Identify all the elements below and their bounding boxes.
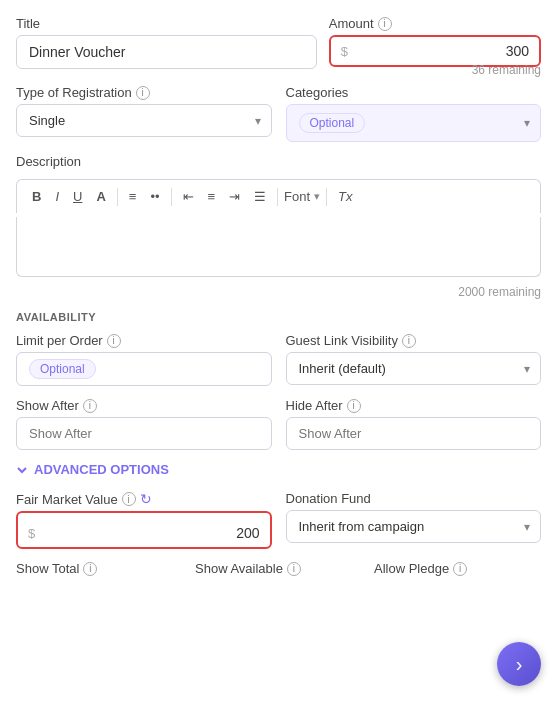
fmv-currency: $: [28, 526, 35, 541]
allow-pledge-group: Allow Pledge i: [374, 561, 541, 576]
hide-after-group: Hide After i: [286, 398, 542, 450]
title-label: Title: [16, 16, 317, 31]
title-group: Title: [16, 16, 317, 69]
allow-pledge-info-icon[interactable]: i: [453, 562, 467, 576]
allow-pledge-label-text: Allow Pledge: [374, 561, 449, 576]
show-total-group: Show Total i: [16, 561, 183, 576]
show-after-label-text: Show After: [16, 398, 79, 413]
categories-optional-tag: Optional: [299, 113, 366, 133]
clear-format-button[interactable]: Tx: [333, 186, 357, 207]
guest-link-select[interactable]: Inherit (default) Show Hide: [299, 361, 529, 376]
registration-info-icon[interactable]: i: [136, 86, 150, 100]
toolbar-sep-3: [277, 188, 278, 206]
categories-select-wrapper[interactable]: Optional ▾: [286, 104, 542, 142]
hide-after-info-icon[interactable]: i: [347, 399, 361, 413]
availability-top-row: Limit per Order i Optional Guest Link Vi…: [16, 333, 541, 386]
donation-fund-label: Donation Fund: [286, 491, 542, 506]
amount-group: Amount i $: [329, 16, 541, 67]
show-total-label-text: Show Total: [16, 561, 79, 576]
fmv-input-row: $: [28, 525, 260, 541]
registration-select-wrapper[interactable]: Single Group Multiple ▾: [16, 104, 272, 137]
amount-info-icon[interactable]: i: [378, 17, 392, 31]
categories-label: Categories: [286, 85, 542, 100]
advanced-options-label: ADVANCED OPTIONS: [34, 462, 169, 477]
amount-label-row: Amount i: [329, 16, 541, 31]
fab-icon: ›: [516, 653, 523, 676]
guest-link-select-wrapper[interactable]: Inherit (default) Show Hide ▾: [286, 352, 542, 385]
fmv-label-row: Fair Market Value i ↻: [16, 491, 272, 507]
limit-per-order-group: Limit per Order i Optional: [16, 333, 272, 386]
limit-info-icon[interactable]: i: [107, 334, 121, 348]
justify-button[interactable]: ☰: [249, 186, 271, 207]
limit-label-text: Limit per Order: [16, 333, 103, 348]
hide-after-label-text: Hide After: [286, 398, 343, 413]
font-select-wrapper: Font ▾: [284, 189, 320, 204]
show-available-label: Show Available i: [195, 561, 362, 576]
registration-group: Type of Registration i Single Group Mult…: [16, 85, 272, 142]
fmv-input[interactable]: [41, 525, 259, 541]
description-toolbar: B I U A ≡ •• ⇤ ≡ ⇥ ☰ Font ▾ Tx: [16, 179, 541, 213]
bottom-fields-row: Show Total i Show Available i Allow Pled…: [16, 561, 541, 576]
show-hide-after-row: Show After i Hide After i: [16, 398, 541, 450]
registration-label-text: Type of Registration: [16, 85, 132, 100]
title-label-text: Title: [16, 16, 40, 31]
reg-categories-row: Type of Registration i Single Group Mult…: [16, 85, 541, 142]
show-available-group: Show Available i: [195, 561, 362, 576]
amount-label: Amount: [329, 16, 374, 31]
registration-select[interactable]: Single Group Multiple: [29, 113, 259, 128]
underline-button[interactable]: U: [68, 186, 87, 207]
fmv-box: $: [16, 511, 272, 549]
amount-input[interactable]: [354, 43, 529, 59]
guest-link-group: Guest Link Visibility i Inherit (default…: [286, 333, 542, 386]
font-color-button[interactable]: A: [91, 186, 110, 207]
show-after-input[interactable]: [16, 417, 272, 450]
align-center-button[interactable]: ≡: [203, 186, 221, 207]
show-after-label: Show After i: [16, 398, 272, 413]
description-remaining: 2000 remaining: [16, 285, 541, 299]
show-available-info-icon[interactable]: i: [287, 562, 301, 576]
show-available-label-text: Show Available: [195, 561, 283, 576]
ordered-list-button[interactable]: ≡: [124, 186, 142, 207]
font-label: Font: [284, 189, 310, 204]
categories-group: Categories Optional ▾: [286, 85, 542, 142]
hide-after-input[interactable]: [286, 417, 542, 450]
description-editor[interactable]: [16, 217, 541, 277]
description-group: Description B I U A ≡ •• ⇤ ≡ ⇥ ☰ Font ▾ …: [16, 154, 541, 303]
title-input[interactable]: [16, 35, 317, 69]
amount-currency: $: [341, 44, 348, 59]
fab-button[interactable]: ›: [497, 642, 541, 686]
bold-button[interactable]: B: [27, 186, 46, 207]
guest-link-info-icon[interactable]: i: [402, 334, 416, 348]
categories-chevron-icon: ▾: [524, 116, 530, 130]
donation-fund-group: Donation Fund Inherit from campaign ▾: [286, 491, 542, 549]
title-amount-row: Title Amount i $: [16, 16, 541, 69]
allow-pledge-label: Allow Pledge i: [374, 561, 541, 576]
limit-optional-tag: Optional: [29, 359, 96, 379]
guest-link-label: Guest Link Visibility i: [286, 333, 542, 348]
availability-section-label: AVAILABILITY: [16, 311, 541, 323]
advanced-options-toggle[interactable]: ADVANCED OPTIONS: [16, 462, 541, 477]
font-dropdown-icon: ▾: [314, 190, 320, 203]
limit-input-wrap: Optional: [16, 352, 272, 386]
fmv-label-text: Fair Market Value: [16, 492, 118, 507]
registration-label: Type of Registration i: [16, 85, 272, 100]
chevron-down-icon: [16, 464, 28, 476]
align-left-button[interactable]: ⇤: [178, 186, 199, 207]
unordered-list-button[interactable]: ••: [145, 186, 164, 207]
italic-button[interactable]: I: [50, 186, 64, 207]
guest-link-label-text: Guest Link Visibility: [286, 333, 398, 348]
description-label: Description: [16, 154, 541, 169]
fmv-group: Fair Market Value i ↻ $: [16, 491, 272, 549]
donation-fund-select[interactable]: Inherit from campaign: [299, 519, 529, 534]
toolbar-sep-2: [171, 188, 172, 206]
align-right-button[interactable]: ⇥: [224, 186, 245, 207]
donation-fund-select-wrapper[interactable]: Inherit from campaign ▾: [286, 510, 542, 543]
fmv-refresh-icon[interactable]: ↻: [140, 491, 152, 507]
show-after-group: Show After i: [16, 398, 272, 450]
show-total-label: Show Total i: [16, 561, 183, 576]
toolbar-sep-4: [326, 188, 327, 206]
show-after-info-icon[interactable]: i: [83, 399, 97, 413]
fmv-info-icon[interactable]: i: [122, 492, 136, 506]
show-total-info-icon[interactable]: i: [83, 562, 97, 576]
availability-section: AVAILABILITY Limit per Order i Optional …: [16, 311, 541, 450]
